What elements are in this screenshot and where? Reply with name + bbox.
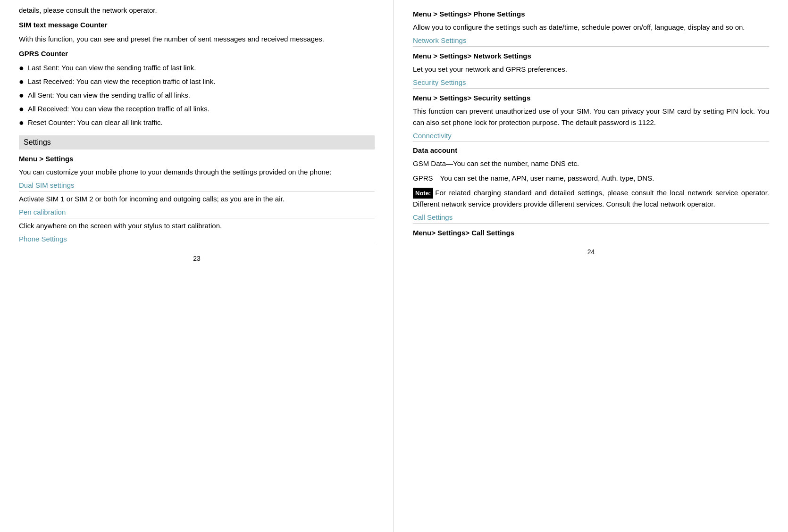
divider	[413, 46, 769, 47]
data-account-body1: GSM Data—You can set the number, name DN…	[413, 158, 769, 170]
bullet-text: All Received: You can view the reception…	[28, 103, 210, 115]
divider	[413, 223, 769, 224]
network-settings-link[interactable]: Network Settings	[413, 36, 769, 44]
connectivity-link[interactable]: Connectivity	[413, 132, 769, 140]
menu-network-title: Menu > Settings> Network Settings	[413, 50, 769, 62]
call-settings-link[interactable]: Call Settings	[413, 213, 769, 221]
note-paragraph: Note:For related charging standard and d…	[413, 187, 769, 211]
divider	[19, 191, 375, 191]
menu-security-body: This function can prevent unauthorized u…	[413, 106, 769, 129]
list-item: ● Reset Counter: You can clear all link …	[19, 117, 375, 129]
pen-body: Click anywhere on the screen with your s…	[19, 220, 375, 232]
bullet-icon: ●	[19, 62, 24, 74]
menu-network-body: Let you set your network and GPRS prefer…	[413, 64, 769, 75]
left-page-number: 23	[19, 255, 375, 262]
dual-sim-link[interactable]: Dual SIM settings	[19, 181, 75, 189]
left-column: details, please consult the network oper…	[0, 0, 394, 532]
right-column: Menu > Settings> Phone Settings Allow yo…	[394, 0, 788, 532]
menu-security-title: Menu > Settings> Security settings	[413, 92, 769, 104]
gprs-title: GPRS Counter	[19, 48, 375, 59]
bullet-icon: ●	[19, 90, 24, 101]
data-account-body2: GPRS—You can set the name, APN, user nam…	[413, 173, 769, 184]
bullet-text: Last Received: You can view the receptio…	[28, 76, 215, 87]
security-settings-link[interactable]: Security Settings	[413, 78, 769, 86]
data-account-title: Data account	[413, 145, 769, 156]
pen-calibration-link[interactable]: Pen calibration	[19, 208, 66, 216]
menu-phone-settings-title: Menu > Settings> Phone Settings	[413, 8, 769, 20]
divider	[19, 245, 375, 245]
divider	[413, 88, 769, 89]
bullet-icon: ●	[19, 76, 24, 88]
intro-text: details, please consult the network oper…	[19, 5, 375, 17]
sim-counter-body: With this function, you can see and pres…	[19, 33, 375, 45]
list-item: ● Last Received: You can view the recept…	[19, 76, 375, 88]
bullet-text: Reset Counter: You can clear all link tr…	[28, 117, 163, 128]
list-item: ● All Received: You can view the recepti…	[19, 103, 375, 115]
dual-sim-body: Activate SIM 1 or SIM 2 or both for inco…	[19, 193, 375, 205]
page-container: details, please consult the network oper…	[0, 0, 788, 532]
menu-settings-title: Menu > Settings	[19, 153, 375, 165]
list-item: ● Last Sent: You can view the sending tr…	[19, 62, 375, 74]
right-page-number: 24	[413, 248, 769, 256]
bullet-text: Last Sent: You can view the sending traf…	[28, 62, 196, 74]
note-body: For related charging standard and detail…	[413, 189, 769, 208]
menu-call-settings-title: Menu> Settings> Call Settings	[413, 227, 769, 239]
divider	[19, 218, 375, 218]
phone-settings-link[interactable]: Phone Settings	[19, 235, 67, 243]
bullet-text: All Sent: You can view the sending traff…	[28, 90, 190, 101]
divider	[413, 141, 769, 142]
menu-phone-settings-body: Allow you to configure the settings such…	[413, 22, 769, 33]
settings-header: Settings	[19, 135, 375, 150]
bullet-icon: ●	[19, 103, 24, 115]
note-label: Note:	[413, 188, 433, 199]
menu-settings-body: You can customize your mobile phone to y…	[19, 166, 375, 178]
list-item: ● All Sent: You can view the sending tra…	[19, 90, 375, 101]
bullet-icon: ●	[19, 117, 24, 129]
sim-counter-title: SIM text message Counter	[19, 19, 375, 31]
